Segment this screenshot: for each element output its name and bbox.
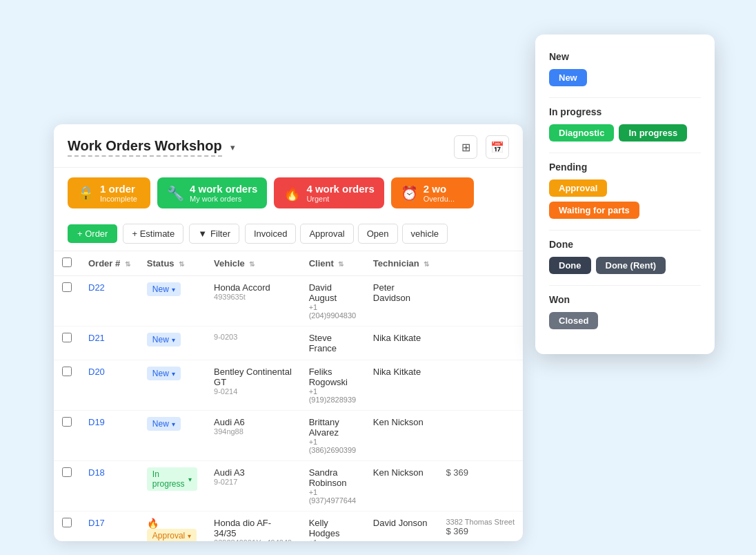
client-name: Sandra Robinson (309, 467, 357, 488)
summary-icon: ⏰ (401, 185, 418, 202)
status-badge-3[interactable]: New ▾ (147, 417, 181, 431)
add-order-button[interactable]: + Order (68, 224, 117, 243)
row-checkbox-0[interactable] (62, 282, 72, 292)
dd-section-title-1: In progress (549, 106, 701, 117)
vehicle-cell-1: 9-0203 (206, 327, 301, 360)
row-checkbox-3[interactable] (62, 417, 72, 427)
client-name: David August (309, 282, 357, 303)
dd-badge-2-1[interactable]: Waiting for parts (549, 202, 639, 219)
vehicle-plate: 4939635t (214, 293, 292, 301)
status-badge-1[interactable]: New ▾ (147, 333, 181, 347)
table-row: D21 New ▾ 9-0203 Steve France Nika Kitka… (54, 327, 523, 360)
order-link-D18[interactable]: D18 (88, 467, 105, 478)
order-link-D20[interactable]: D20 (88, 367, 105, 377)
summary-card-sc2[interactable]: 🔧 4 work orders My work orders (157, 177, 267, 208)
filter-tab-approval[interactable]: Approval (300, 224, 353, 244)
status-dropdown-popup: NewNewIn progressDiagnosticIn progressPe… (535, 35, 715, 354)
order-link-D21[interactable]: D21 (88, 333, 105, 343)
order-link-D19[interactable]: D19 (88, 417, 105, 427)
col-header-2[interactable]: Status ⇅ (139, 251, 206, 276)
dd-badge-3-0[interactable]: Done (549, 257, 591, 274)
dd-badge-1-1[interactable]: In progress (619, 124, 687, 142)
vehicle-name: Audi A6 (214, 417, 292, 427)
order-link-D17[interactable]: D17 (88, 518, 105, 528)
technician-cell-3: Ken Nickson (365, 411, 438, 461)
status-badge-0[interactable]: New ▾ (147, 282, 181, 296)
orders-table: Order # ⇅Status ⇅Vehicle ⇅Client ⇅Techni… (54, 251, 523, 541)
summary-bar: 🔒 1 order Incomplete 🔧 4 work orders My … (54, 168, 523, 218)
col-header-3[interactable]: Vehicle ⇅ (206, 251, 301, 276)
col-header-5[interactable]: Technician ⇅ (365, 251, 438, 276)
technician-cell-1: Nika Kitkate (365, 327, 438, 360)
add-estimate-button[interactable]: + Estimate (123, 224, 183, 244)
status-badge-2[interactable]: New ▾ (147, 367, 181, 380)
technician-cell-5: David Jonson (365, 512, 438, 542)
orders-table-container: Order # ⇅Status ⇅Vehicle ⇅Client ⇅Techni… (54, 251, 523, 541)
row-checkbox-1[interactable] (62, 333, 72, 342)
status-badge-4[interactable]: In progress ▾ (147, 467, 197, 491)
dd-badge-3-1[interactable]: Done (Rent) (596, 257, 666, 274)
client-name: Feliks Rogowski (309, 367, 357, 387)
sort-icon: ⇅ (249, 260, 255, 268)
summary-icon: 🔥 (284, 185, 301, 202)
vehicle-cell-4: Audi A3 9-0217 (206, 461, 301, 512)
main-work-orders-card: Work Orders Workshop ▾ ⊞ 📅 🔒 1 order Inc… (54, 124, 523, 541)
extra-cell-4: $ 369 (437, 461, 523, 512)
dd-section-title-4: Won (549, 294, 701, 305)
calendar-view-button[interactable]: 📅 (486, 135, 509, 159)
technician-cell-0: Peter Davidson (365, 276, 438, 327)
col-header-0 (54, 251, 80, 276)
vehicle-name: Honda dio AF-34/35 (214, 518, 292, 538)
filter-tab-invoiced[interactable]: Invoiced (245, 224, 296, 244)
sort-icon: ⇅ (424, 260, 429, 268)
vehicle-plate: 9-0217 (214, 478, 292, 486)
dd-badge-2-0[interactable]: Approval (549, 179, 607, 197)
vehicle-plate: 9-0203 (214, 333, 292, 341)
dd-badge-1-0[interactable]: Diagnostic (549, 124, 614, 142)
technician-cell-4: Ken Nickson (365, 461, 438, 512)
sort-icon: ⇅ (125, 260, 130, 268)
vehicle-name: Bentley Continental GT (214, 367, 292, 387)
summary-count: 4 work orders (306, 183, 374, 195)
col-header-1[interactable]: Order # ⇅ (80, 251, 139, 276)
badge-arrow: ▾ (172, 370, 175, 378)
filter-tab-open[interactable]: Open (358, 224, 398, 244)
address: 3382 Thomas Street (446, 518, 515, 526)
summary-card-sc3[interactable]: 🔥 4 work orders Urgent (274, 177, 384, 208)
status-badge-5[interactable]: Approval ▾ (147, 529, 197, 541)
summary-card-sc4[interactable]: ⏰ 2 wo Overdu... (391, 177, 474, 208)
summary-label: Incomplete (100, 195, 137, 203)
row-checkbox-2[interactable] (62, 367, 72, 376)
summary-label: My work orders (190, 195, 257, 203)
col-header-6 (437, 251, 523, 276)
extra-cell-0 (437, 276, 523, 327)
summary-count: 2 wo (424, 183, 455, 195)
dd-badge-0-0[interactable]: New (549, 69, 587, 86)
filter-tab-vehicle[interactable]: vehicle (402, 224, 448, 244)
client-phone: +1 (386)2690399 (309, 438, 357, 454)
page-title: Work Orders Workshop (68, 138, 222, 157)
extra-cell-1 (437, 327, 523, 360)
filter-button[interactable]: ▼ Filter (189, 224, 239, 244)
vehicle-plate: 0392849991Yw494049 (214, 538, 292, 541)
client-phone: +1 (847)5739847 (309, 538, 357, 541)
row-checkbox-4[interactable] (62, 467, 72, 477)
grid-view-button[interactable]: ⊞ (454, 135, 477, 159)
select-all-checkbox[interactable] (62, 257, 72, 267)
summary-card-sc1[interactable]: 🔒 1 order Incomplete (68, 177, 150, 208)
title-dropdown-arrow[interactable]: ▾ (230, 142, 235, 153)
summary-label: Overdu... (424, 195, 455, 203)
urgent-fire-icon: 🔥 (147, 518, 159, 529)
vehicle-cell-3: Audi A6 394ng88 (206, 411, 301, 461)
vehicle-cell-5: Honda dio AF-34/35 0392849991Yw494049 (206, 512, 301, 542)
col-header-4[interactable]: Client ⇅ (301, 251, 365, 276)
order-link-D22[interactable]: D22 (88, 282, 105, 293)
badge-arrow: ▾ (188, 532, 191, 540)
dd-section-title-2: Pending (549, 162, 701, 173)
badge-arrow: ▾ (172, 420, 175, 428)
vehicle-cell-0: Honda Accord 4939635t (206, 276, 301, 327)
dd-badge-4-0[interactable]: Closed (549, 312, 598, 329)
client-phone: +1 (204)9904830 (309, 303, 357, 320)
row-checkbox-5[interactable] (62, 518, 72, 527)
extra-cell-5: 3382 Thomas Street$ 369 (437, 512, 523, 542)
